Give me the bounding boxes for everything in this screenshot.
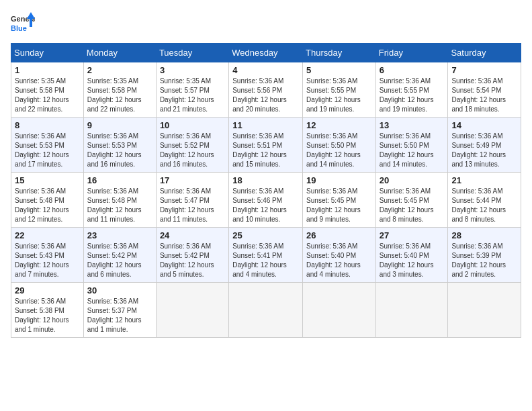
day-info: Sunrise: 5:35 AMSunset: 5:58 PMDaylight:…	[87, 77, 152, 114]
weekday-header-saturday: Saturday	[448, 44, 521, 62]
day-info: Sunrise: 5:36 AMSunset: 5:39 PMDaylight:…	[451, 242, 517, 279]
calendar-day: 10Sunrise: 5:36 AMSunset: 5:52 PMDayligh…	[156, 118, 228, 173]
day-info: Sunrise: 5:36 AMSunset: 5:40 PMDaylight:…	[380, 242, 445, 279]
day-number: 12	[306, 120, 372, 130]
calendar-day: 29Sunrise: 5:36 AMSunset: 5:38 PMDayligh…	[11, 283, 84, 338]
day-info: Sunrise: 5:36 AMSunset: 5:56 PMDaylight:…	[232, 77, 299, 114]
day-info: Sunrise: 5:36 AMSunset: 5:45 PMDaylight:…	[306, 187, 372, 224]
calendar-day: 25Sunrise: 5:36 AMSunset: 5:41 PMDayligh…	[229, 228, 303, 283]
day-info: Sunrise: 5:36 AMSunset: 5:46 PMDaylight:…	[232, 187, 299, 224]
day-info: Sunrise: 5:35 AMSunset: 5:57 PMDaylight:…	[160, 77, 225, 114]
weekday-header-sunday: Sunday	[11, 44, 84, 62]
day-number: 2	[87, 65, 152, 75]
calendar-week-row: 1Sunrise: 5:35 AMSunset: 5:58 PMDaylight…	[11, 62, 521, 118]
weekday-header-row: SundayMondayTuesdayWednesdayThursdayFrid…	[11, 44, 521, 62]
day-number: 28	[451, 230, 517, 240]
day-number: 11	[232, 120, 299, 130]
day-info: Sunrise: 5:36 AMSunset: 5:47 PMDaylight:…	[160, 187, 225, 224]
day-info: Sunrise: 5:36 AMSunset: 5:53 PMDaylight:…	[87, 132, 152, 169]
calendar-day	[229, 283, 303, 338]
calendar-day: 18Sunrise: 5:36 AMSunset: 5:46 PMDayligh…	[229, 173, 303, 228]
day-number: 17	[160, 175, 225, 185]
calendar-day: 5Sunrise: 5:36 AMSunset: 5:55 PMDaylight…	[303, 62, 376, 118]
day-info: Sunrise: 5:36 AMSunset: 5:37 PMDaylight:…	[87, 297, 152, 334]
day-info: Sunrise: 5:36 AMSunset: 5:50 PMDaylight:…	[380, 132, 445, 169]
day-number: 6	[380, 65, 445, 75]
day-info: Sunrise: 5:36 AMSunset: 5:55 PMDaylight:…	[380, 77, 445, 114]
weekday-header-thursday: Thursday	[303, 44, 376, 62]
day-info: Sunrise: 5:36 AMSunset: 5:51 PMDaylight:…	[232, 132, 299, 169]
day-number: 1	[15, 65, 80, 75]
day-info: Sunrise: 5:36 AMSunset: 5:53 PMDaylight:…	[15, 132, 80, 169]
calendar-day: 6Sunrise: 5:36 AMSunset: 5:55 PMDaylight…	[375, 62, 448, 118]
day-number: 8	[15, 120, 80, 130]
calendar-day: 19Sunrise: 5:36 AMSunset: 5:45 PMDayligh…	[303, 173, 376, 228]
day-number: 23	[87, 230, 152, 240]
calendar-day: 16Sunrise: 5:36 AMSunset: 5:48 PMDayligh…	[83, 173, 156, 228]
logo: General Blue	[11, 11, 35, 35]
day-number: 21	[451, 175, 517, 185]
calendar-day: 8Sunrise: 5:36 AMSunset: 5:53 PMDaylight…	[11, 118, 84, 173]
day-info: Sunrise: 5:36 AMSunset: 5:44 PMDaylight:…	[451, 187, 517, 224]
day-number: 20	[380, 175, 445, 185]
day-number: 14	[451, 120, 517, 130]
calendar-day: 13Sunrise: 5:36 AMSunset: 5:50 PMDayligh…	[375, 118, 448, 173]
day-number: 5	[306, 65, 372, 75]
day-info: Sunrise: 5:36 AMSunset: 5:42 PMDaylight:…	[87, 242, 152, 279]
day-number: 15	[15, 175, 80, 185]
day-number: 7	[451, 65, 517, 75]
calendar-day	[156, 283, 228, 338]
weekday-header-monday: Monday	[83, 44, 156, 62]
calendar-week-row: 15Sunrise: 5:36 AMSunset: 5:48 PMDayligh…	[11, 173, 521, 228]
calendar-day	[448, 283, 521, 338]
day-info: Sunrise: 5:35 AMSunset: 5:58 PMDaylight:…	[15, 77, 80, 114]
calendar-day: 22Sunrise: 5:36 AMSunset: 5:43 PMDayligh…	[11, 228, 84, 283]
page-header: General Blue	[11, 11, 521, 35]
calendar-table: SundayMondayTuesdayWednesdayThursdayFrid…	[11, 43, 521, 338]
day-number: 13	[380, 120, 445, 130]
day-info: Sunrise: 5:36 AMSunset: 5:38 PMDaylight:…	[15, 297, 80, 334]
weekday-header-friday: Friday	[375, 44, 448, 62]
day-number: 4	[232, 65, 299, 75]
day-number: 19	[306, 175, 372, 185]
day-number: 3	[160, 65, 225, 75]
day-info: Sunrise: 5:36 AMSunset: 5:52 PMDaylight:…	[160, 132, 225, 169]
calendar-day: 21Sunrise: 5:36 AMSunset: 5:44 PMDayligh…	[448, 173, 521, 228]
day-number: 24	[160, 230, 225, 240]
calendar-day: 20Sunrise: 5:36 AMSunset: 5:45 PMDayligh…	[375, 173, 448, 228]
calendar-day: 24Sunrise: 5:36 AMSunset: 5:42 PMDayligh…	[156, 228, 228, 283]
calendar-week-row: 8Sunrise: 5:36 AMSunset: 5:53 PMDaylight…	[11, 118, 521, 173]
day-info: Sunrise: 5:36 AMSunset: 5:43 PMDaylight:…	[15, 242, 80, 279]
day-number: 29	[15, 285, 80, 295]
calendar-day: 27Sunrise: 5:36 AMSunset: 5:40 PMDayligh…	[375, 228, 448, 283]
calendar-day: 23Sunrise: 5:36 AMSunset: 5:42 PMDayligh…	[83, 228, 156, 283]
day-info: Sunrise: 5:36 AMSunset: 5:45 PMDaylight:…	[380, 187, 445, 224]
logo-icon: General Blue	[11, 11, 35, 35]
day-number: 16	[87, 175, 152, 185]
day-info: Sunrise: 5:36 AMSunset: 5:41 PMDaylight:…	[232, 242, 299, 279]
calendar-day: 11Sunrise: 5:36 AMSunset: 5:51 PMDayligh…	[229, 118, 303, 173]
day-number: 27	[380, 230, 445, 240]
calendar-day: 26Sunrise: 5:36 AMSunset: 5:40 PMDayligh…	[303, 228, 376, 283]
day-number: 10	[160, 120, 225, 130]
calendar-day: 28Sunrise: 5:36 AMSunset: 5:39 PMDayligh…	[448, 228, 521, 283]
calendar-day	[375, 283, 448, 338]
calendar-day: 17Sunrise: 5:36 AMSunset: 5:47 PMDayligh…	[156, 173, 228, 228]
day-info: Sunrise: 5:36 AMSunset: 5:49 PMDaylight:…	[451, 132, 517, 169]
calendar-day: 12Sunrise: 5:36 AMSunset: 5:50 PMDayligh…	[303, 118, 376, 173]
day-info: Sunrise: 5:36 AMSunset: 5:42 PMDaylight:…	[160, 242, 225, 279]
day-info: Sunrise: 5:36 AMSunset: 5:50 PMDaylight:…	[306, 132, 372, 169]
calendar-day: 3Sunrise: 5:35 AMSunset: 5:57 PMDaylight…	[156, 62, 228, 118]
calendar-week-row: 29Sunrise: 5:36 AMSunset: 5:38 PMDayligh…	[11, 283, 521, 338]
calendar-day: 30Sunrise: 5:36 AMSunset: 5:37 PMDayligh…	[83, 283, 156, 338]
calendar-day: 9Sunrise: 5:36 AMSunset: 5:53 PMDaylight…	[83, 118, 156, 173]
calendar-week-row: 22Sunrise: 5:36 AMSunset: 5:43 PMDayligh…	[11, 228, 521, 283]
day-number: 25	[232, 230, 299, 240]
day-number: 18	[232, 175, 299, 185]
svg-text:Blue: Blue	[11, 24, 27, 32]
calendar-day: 2Sunrise: 5:35 AMSunset: 5:58 PMDaylight…	[83, 62, 156, 118]
day-info: Sunrise: 5:36 AMSunset: 5:54 PMDaylight:…	[451, 77, 517, 114]
weekday-header-wednesday: Wednesday	[229, 44, 303, 62]
weekday-header-tuesday: Tuesday	[156, 44, 228, 62]
day-number: 22	[15, 230, 80, 240]
